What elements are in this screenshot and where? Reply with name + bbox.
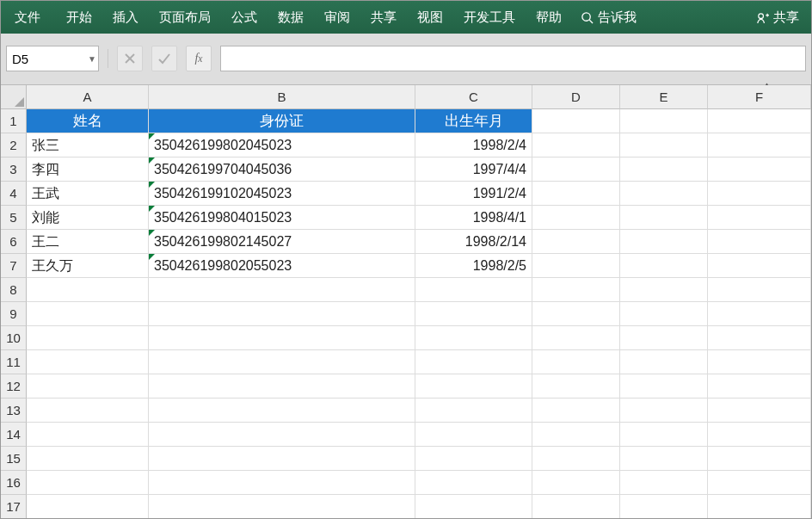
cell[interactable] (149, 374, 415, 399)
row-header-1[interactable]: 1 (1, 109, 27, 133)
header-cell-B[interactable]: 身份证 (149, 109, 415, 133)
row-header-6[interactable]: 6 (1, 230, 27, 254)
cell[interactable] (415, 471, 532, 495)
ribbon-tab-home[interactable]: 开始 (56, 1, 102, 34)
cell[interactable] (620, 206, 708, 230)
ribbon-tab-view[interactable]: 视图 (407, 1, 453, 34)
cell[interactable] (27, 374, 149, 399)
cell[interactable] (708, 447, 811, 471)
cell[interactable] (532, 302, 620, 326)
col-header-B[interactable]: B (149, 85, 415, 109)
name-box[interactable]: ▼ (6, 46, 99, 71)
cell[interactable] (708, 302, 811, 326)
cell[interactable] (149, 302, 415, 326)
cell[interactable] (708, 254, 811, 278)
cell[interactable] (27, 423, 149, 447)
header-cell-C[interactable]: 出生年月 (415, 109, 532, 133)
text-stored-as-number-indicator-icon[interactable] (149, 230, 155, 236)
ribbon-tab-data[interactable]: 数据 (268, 1, 314, 34)
col-header-F[interactable]: F (708, 85, 811, 109)
text-stored-as-number-indicator-icon[interactable] (149, 206, 155, 212)
ribbon-tab-dev[interactable]: 开发工具 (453, 1, 526, 34)
row-header-8[interactable]: 8 (1, 278, 27, 302)
cell[interactable] (708, 423, 811, 447)
cell[interactable]: 王久万 (27, 254, 149, 278)
cell[interactable] (708, 182, 811, 206)
cell[interactable]: 王二 (27, 230, 149, 254)
col-header-D[interactable]: D (532, 85, 620, 109)
row-header-9[interactable]: 9 (1, 302, 27, 326)
row-header-17[interactable]: 17 (1, 495, 27, 518)
ribbon-tab-layout[interactable]: 页面布局 (149, 1, 221, 34)
row-header-2[interactable]: 2 (1, 133, 27, 158)
cell[interactable] (708, 374, 811, 399)
row-header-14[interactable]: 14 (1, 423, 27, 447)
cell[interactable] (532, 326, 620, 350)
cell[interactable]: 李四 (27, 158, 149, 182)
cell[interactable]: 350426199802055023 (149, 254, 415, 278)
cell[interactable] (532, 374, 620, 399)
cell[interactable] (708, 326, 811, 350)
cells-area[interactable]: 姓名身份证出生年月张三3504261998020450231998/2/4李四3… (27, 109, 811, 518)
cell[interactable] (620, 302, 708, 326)
cell[interactable] (708, 109, 811, 133)
cell[interactable] (149, 350, 415, 374)
cell[interactable] (532, 182, 620, 206)
share-button[interactable]: 共享 (747, 1, 808, 34)
cell[interactable] (27, 302, 149, 326)
row-header-15[interactable]: 15 (1, 447, 27, 471)
cell[interactable] (415, 399, 532, 423)
cell[interactable]: 1998/2/5 (415, 254, 532, 278)
ribbon-tab-insert[interactable]: 插入 (102, 1, 149, 34)
cell[interactable] (149, 399, 415, 423)
confirm-edit-button[interactable] (151, 46, 177, 71)
formula-input[interactable] (220, 46, 806, 71)
cell[interactable] (27, 471, 149, 495)
cell[interactable] (620, 471, 708, 495)
cell[interactable]: 1998/4/1 (415, 206, 532, 230)
col-header-A[interactable]: A (27, 85, 149, 109)
text-stored-as-number-indicator-icon[interactable] (149, 133, 155, 139)
cell[interactable] (27, 350, 149, 374)
cell[interactable]: 350426199802145027 (149, 230, 415, 254)
cell[interactable] (708, 158, 811, 182)
name-box-input[interactable] (7, 52, 86, 66)
cell[interactable]: 刘能 (27, 206, 149, 230)
cell[interactable] (620, 230, 708, 254)
cell[interactable] (532, 109, 620, 133)
cell[interactable] (708, 278, 811, 302)
cell[interactable] (532, 399, 620, 423)
cell[interactable] (620, 158, 708, 182)
cell[interactable] (415, 447, 532, 471)
cell[interactable]: 张三 (27, 133, 149, 158)
row-header-4[interactable]: 4 (1, 182, 27, 206)
cell[interactable] (532, 133, 620, 158)
cell[interactable] (620, 495, 708, 518)
text-stored-as-number-indicator-icon[interactable] (149, 182, 155, 188)
cell[interactable] (27, 326, 149, 350)
cell[interactable] (620, 399, 708, 423)
cell[interactable] (532, 471, 620, 495)
col-header-E[interactable]: E (620, 85, 708, 109)
cell[interactable]: 350426199804015023 (149, 206, 415, 230)
cell[interactable] (532, 230, 620, 254)
cell[interactable] (415, 495, 532, 518)
cell[interactable] (532, 495, 620, 518)
cell[interactable] (532, 158, 620, 182)
cell[interactable] (149, 471, 415, 495)
cell[interactable] (532, 423, 620, 447)
cell[interactable] (27, 278, 149, 302)
cell[interactable] (532, 254, 620, 278)
cell[interactable]: 1997/4/4 (415, 158, 532, 182)
cell[interactable] (708, 399, 811, 423)
row-header-12[interactable]: 12 (1, 374, 27, 399)
header-cell-A[interactable]: 姓名 (27, 109, 149, 133)
cell[interactable]: 350426199704045036 (149, 158, 415, 182)
row-header-11[interactable]: 11 (1, 350, 27, 374)
cell[interactable] (27, 399, 149, 423)
text-stored-as-number-indicator-icon[interactable] (149, 158, 155, 164)
cell[interactable] (415, 302, 532, 326)
text-stored-as-number-indicator-icon[interactable] (149, 254, 155, 260)
ribbon-tab-file[interactable]: 文件 (4, 1, 51, 34)
cell[interactable] (708, 133, 811, 158)
